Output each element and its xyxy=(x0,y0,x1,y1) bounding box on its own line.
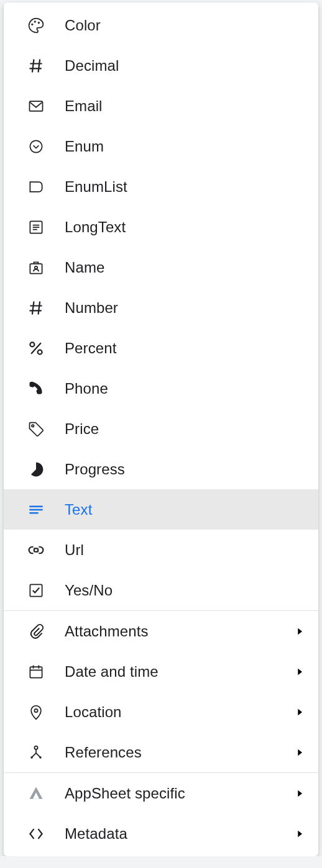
name-icon xyxy=(26,258,46,278)
menu-item-label: Yes/No xyxy=(65,582,307,599)
chevron-right-icon xyxy=(292,624,307,639)
hash-icon xyxy=(26,56,46,76)
menu-item-references[interactable]: References xyxy=(4,732,318,772)
phone-icon xyxy=(26,379,46,399)
menu-item-label: Name xyxy=(65,259,307,276)
chevron-right-icon xyxy=(292,705,307,720)
menu-item-enumlist[interactable]: EnumList xyxy=(4,166,318,207)
percent-icon xyxy=(26,338,46,358)
menu-item-label: Location xyxy=(65,703,292,721)
menu-item-date-and-time[interactable]: Date and time xyxy=(4,651,318,692)
menu-item-label: Email xyxy=(65,97,307,115)
chevron-right-icon xyxy=(292,745,307,760)
menu-item-label: Date and time xyxy=(65,663,292,680)
type-selector-menu: ColorDecimalEmailEnumEnumListLongTextNam… xyxy=(4,2,318,856)
menu-item-label: Enum xyxy=(65,138,307,155)
menu-item-progress[interactable]: Progress xyxy=(4,449,318,489)
chevron-right-icon xyxy=(292,786,307,801)
attachment-icon xyxy=(26,622,46,641)
menu-item-label: Attachments xyxy=(65,623,292,640)
text-icon xyxy=(26,500,46,520)
references-icon xyxy=(26,743,46,762)
progress-icon xyxy=(26,459,46,479)
menu-item-label: Metadata xyxy=(65,825,292,843)
menu-item-longtext[interactable]: LongText xyxy=(4,207,318,247)
longtext-icon xyxy=(26,217,46,237)
email-icon xyxy=(26,96,46,116)
menu-item-phone[interactable]: Phone xyxy=(4,368,318,409)
menu-item-color[interactable]: Color xyxy=(4,5,318,45)
menu-item-label: Text xyxy=(65,501,307,518)
menu-item-label: References xyxy=(65,744,292,761)
url-icon xyxy=(26,540,46,560)
menu-item-url[interactable]: Url xyxy=(4,530,318,570)
menu-item-location[interactable]: Location xyxy=(4,692,318,732)
location-icon xyxy=(26,702,46,722)
appsheet-icon xyxy=(26,784,46,803)
palette-icon xyxy=(26,16,46,35)
menu-item-name[interactable]: Name xyxy=(4,247,318,287)
menu-item-label: EnumList xyxy=(65,178,307,196)
chevron-right-icon xyxy=(292,826,307,841)
menu-item-appsheet-specific[interactable]: AppSheet specific xyxy=(4,773,318,813)
menu-item-label: Price xyxy=(65,420,307,438)
menu-item-percent[interactable]: Percent xyxy=(4,328,318,368)
menu-item-label: Phone xyxy=(65,380,307,397)
menu-item-text[interactable]: Text xyxy=(4,489,318,530)
menu-item-price[interactable]: Price xyxy=(4,409,318,449)
chevron-right-icon xyxy=(292,664,307,679)
menu-item-label: Decimal xyxy=(65,57,307,75)
menu-item-email[interactable]: Email xyxy=(4,86,318,126)
menu-item-yes-no[interactable]: Yes/No xyxy=(4,570,318,610)
menu-item-attachments[interactable]: Attachments xyxy=(4,611,318,651)
menu-item-label: LongText xyxy=(65,219,307,236)
menu-item-decimal[interactable]: Decimal xyxy=(4,45,318,86)
calendar-icon xyxy=(26,662,46,682)
menu-item-label: Color xyxy=(65,17,307,34)
menu-item-number[interactable]: Number xyxy=(4,287,318,328)
hash-icon xyxy=(26,298,46,318)
enum-icon xyxy=(26,137,46,156)
metadata-icon xyxy=(26,824,46,844)
menu-item-enum[interactable]: Enum xyxy=(4,126,318,166)
menu-item-label: Url xyxy=(65,541,307,559)
yesno-icon xyxy=(26,581,46,600)
menu-item-label: Percent xyxy=(65,340,307,357)
menu-item-label: Progress xyxy=(65,461,307,478)
menu-item-label: Number xyxy=(65,299,307,317)
menu-item-label: AppSheet specific xyxy=(65,785,292,802)
price-icon xyxy=(26,419,46,439)
enumlist-icon xyxy=(26,177,46,197)
menu-item-metadata[interactable]: Metadata xyxy=(4,813,318,854)
